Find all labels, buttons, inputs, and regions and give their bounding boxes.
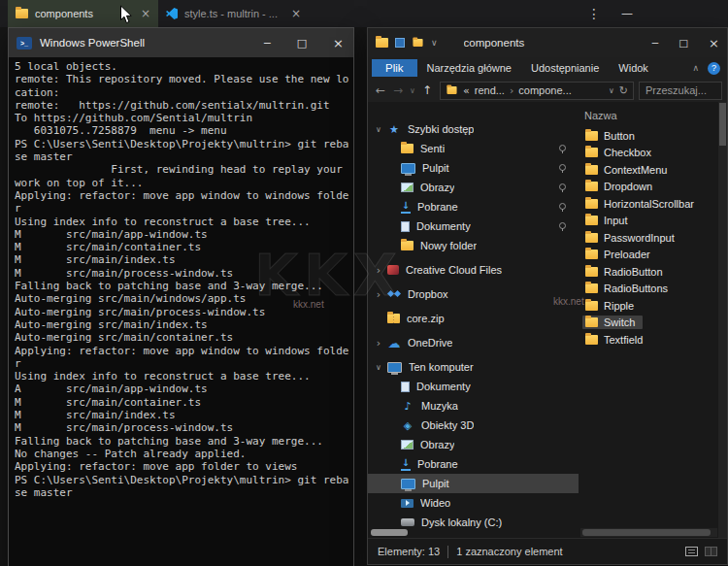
nav-item-label: Pulpit bbox=[422, 162, 449, 174]
nav-item[interactable]: Wideo bbox=[368, 493, 579, 513]
terminal-line: cation: bbox=[15, 86, 347, 99]
nav-item-label: Szybki dostęp bbox=[408, 123, 474, 135]
nav-item[interactable]: Obrazy bbox=[368, 178, 579, 197]
folder-icon bbox=[585, 335, 598, 345]
maximize-button[interactable]: □ bbox=[297, 37, 307, 50]
terminal-output[interactable]: 5 local objects.remote: This repository … bbox=[9, 57, 353, 502]
file-name: Ripple bbox=[604, 300, 634, 312]
collapse-ribbon-icon[interactable]: ∧ bbox=[692, 63, 699, 73]
nav-item[interactable]: OneDrive bbox=[368, 333, 579, 352]
terminal-line: 5 local objects. bbox=[15, 60, 347, 73]
file-row[interactable]: RadioButton bbox=[579, 263, 718, 281]
collapsed-crumbs[interactable]: « bbox=[463, 84, 470, 97]
file-horizontal-scrollbar-thumb[interactable] bbox=[582, 529, 711, 536]
nav-item[interactable]: Dokumenty bbox=[368, 377, 579, 396]
app-tab[interactable]: components × bbox=[8, 0, 158, 27]
nav-item[interactable]: Dropbox bbox=[368, 284, 579, 304]
monitor-icon bbox=[401, 163, 415, 174]
nav-item[interactable]: Muzyka bbox=[368, 396, 579, 416]
expander-icon[interactable] bbox=[375, 337, 382, 350]
nav-horizontal-scrollbar-thumb[interactable] bbox=[371, 529, 408, 536]
chevron-down-icon[interactable]: ∨ bbox=[431, 38, 438, 48]
nav-item[interactable]: Senti bbox=[368, 139, 579, 158]
quick-access-new-folder-icon[interactable] bbox=[413, 39, 422, 47]
file-row[interactable]: Textfield bbox=[579, 331, 718, 349]
details-view-icon[interactable] bbox=[685, 547, 698, 556]
menu-dots-icon[interactable]: ⋮ bbox=[583, 0, 605, 27]
file-list: Nazwa Button Checkbox Context bbox=[579, 102, 718, 538]
file-row[interactable]: Dropdown bbox=[579, 179, 718, 196]
refresh-icon[interactable]: ↻ bbox=[619, 84, 628, 97]
nav-item-label: Obiekty 3D bbox=[421, 419, 474, 431]
file-row[interactable]: Switch bbox=[579, 315, 718, 332]
breadcrumb[interactable]: « rend... › compone... ∨ ↻ bbox=[440, 82, 634, 100]
folder-icon bbox=[585, 250, 598, 259]
explorer-titlebar[interactable]: ∨ components ─ □ × bbox=[368, 28, 727, 57]
up-icon[interactable]: ↑ bbox=[419, 83, 435, 97]
crumb-components[interactable]: compone... bbox=[518, 84, 571, 96]
minimize-button[interactable]: ─ bbox=[264, 37, 271, 50]
powershell-titlebar[interactable]: >_ Windows PowerShell ─ □ × bbox=[9, 28, 353, 57]
powershell-title: Windows PowerShell bbox=[40, 37, 256, 49]
terminal-line: Applying: refactor: move app window to w… bbox=[15, 189, 347, 202]
nav-item-label: core.zip bbox=[407, 313, 445, 324]
close-icon[interactable]: × bbox=[141, 8, 150, 19]
ribbon-file-button[interactable]: Plik bbox=[372, 59, 417, 77]
nav-item-label: Nowy folder bbox=[420, 240, 477, 251]
nav-item[interactable]: Szybki dostęp bbox=[368, 119, 579, 139]
nav-item[interactable]: Obrazy bbox=[368, 435, 579, 454]
nav-item[interactable]: Ten komputer bbox=[368, 357, 579, 377]
back-icon[interactable]: ← bbox=[373, 83, 388, 97]
app-tab[interactable]: style.ts - multrin - ... × bbox=[158, 0, 309, 27]
forward-icon[interactable]: → bbox=[390, 83, 406, 97]
nav-item[interactable]: Pulpit bbox=[368, 158, 579, 178]
file-row[interactable]: PasswordInput bbox=[579, 229, 718, 247]
nav-item[interactable]: Obiekty 3D bbox=[368, 416, 579, 435]
file-row[interactable]: Checkbox bbox=[579, 145, 718, 162]
ribbon-tab[interactable]: Narzędzia główne bbox=[417, 59, 521, 77]
nav-item[interactable]: Pobrane bbox=[368, 454, 579, 474]
file-row[interactable]: ContextMenu bbox=[579, 161, 718, 179]
help-icon[interactable]: ? bbox=[708, 62, 720, 75]
file-row[interactable]: RadioButtons bbox=[579, 281, 718, 298]
minimize-button[interactable]: ─ bbox=[652, 37, 658, 49]
close-button[interactable]: × bbox=[709, 36, 719, 50]
file-horizontal-scrollbar[interactable] bbox=[580, 528, 717, 537]
nav-item[interactable]: Creative Cloud Files bbox=[368, 260, 579, 280]
terminal-line: Using index info to reconstruct a base t… bbox=[15, 370, 347, 383]
search-input[interactable]: Przeszukaj... bbox=[639, 82, 722, 100]
explorer-title: components bbox=[464, 37, 645, 49]
ribbon-tab[interactable]: Udostępnianie bbox=[521, 59, 609, 77]
expander-icon[interactable] bbox=[375, 363, 382, 372]
folder-icon bbox=[585, 165, 598, 175]
expander-icon[interactable] bbox=[375, 264, 382, 277]
file-row[interactable]: Input bbox=[579, 213, 718, 230]
column-header-name[interactable]: Nazwa bbox=[579, 104, 718, 127]
vertical-scrollbar-thumb[interactable] bbox=[719, 103, 726, 146]
terminal-line: r bbox=[15, 202, 347, 215]
expander-icon[interactable] bbox=[375, 125, 382, 134]
file-row[interactable]: Preloader bbox=[579, 247, 718, 264]
thumbnails-view-icon[interactable] bbox=[705, 547, 717, 556]
history-dropdown-icon[interactable]: ∨ bbox=[408, 86, 417, 95]
address-dropdown-icon[interactable]: ∨ bbox=[609, 86, 614, 95]
file-row[interactable]: Button bbox=[579, 127, 718, 145]
ribbon-tab[interactable]: Widok bbox=[609, 59, 658, 77]
nav-item[interactable]: core.zip bbox=[368, 309, 579, 328]
nav-item-label: Pobrane bbox=[417, 458, 458, 470]
nav-item[interactable]: Pobrane bbox=[368, 197, 579, 216]
file-row[interactable]: Ripple bbox=[579, 297, 718, 315]
vertical-scrollbar[interactable] bbox=[718, 102, 727, 538]
close-icon[interactable]: × bbox=[291, 8, 301, 19]
crumb-renderer[interactable]: rend... bbox=[475, 84, 505, 96]
file-row[interactable]: HorizontalScrollbar bbox=[579, 195, 718, 213]
quick-access-properties-icon[interactable] bbox=[395, 38, 405, 48]
nav-item[interactable]: Dokumenty bbox=[368, 216, 579, 236]
nav-item[interactable]: Nowy folder bbox=[368, 236, 579, 255]
monitor-icon bbox=[401, 479, 415, 489]
expander-icon[interactable] bbox=[375, 288, 382, 301]
maximize-button[interactable]: □ bbox=[678, 37, 688, 49]
nav-item[interactable]: Pulpit bbox=[368, 474, 579, 493]
minimize-icon[interactable]: — bbox=[616, 0, 638, 27]
close-button[interactable]: × bbox=[333, 36, 344, 50]
